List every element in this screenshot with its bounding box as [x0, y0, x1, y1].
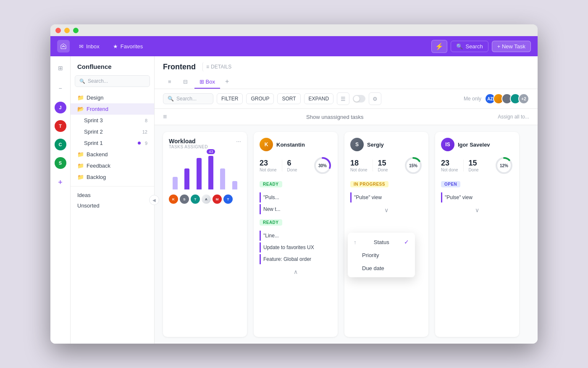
sidebar-item-backlog[interactable]: 📁 Backlog	[71, 171, 154, 183]
sidebar: Confluence 🔍 Search... 📁 Design 📂 Fronte…	[71, 56, 155, 344]
add-view-button[interactable]: +	[222, 75, 232, 89]
grid-icon-button[interactable]: ⊞	[54, 61, 67, 75]
group-button[interactable]: GROUP	[246, 93, 274, 104]
done-number: 15	[378, 159, 388, 168]
close-button[interactable]	[55, 28, 61, 33]
inbox-icon: ✉	[79, 43, 84, 50]
unassigned-text: Show unassigned tasks	[172, 114, 498, 120]
done-label: Done	[287, 168, 297, 172]
igor-task-1[interactable]: "Pulse" view	[441, 192, 513, 202]
unsorted-label: Unsorted	[77, 202, 100, 209]
workload-avatar-a[interactable]: A	[202, 195, 211, 204]
dropdown-item-duedate[interactable]: Due date	[348, 262, 415, 275]
done-number: 15	[469, 159, 479, 168]
progress-circle-igor: 12%	[495, 156, 513, 175]
top-navigation: ✉ Inbox ★ Favorites ⚡ 🔍 Search + New Tas…	[50, 36, 538, 56]
workload-avatar-tb[interactable]: T	[223, 195, 233, 204]
not-done-stat: 18 Not done	[350, 159, 368, 172]
filter-avatar-more[interactable]: +2	[518, 93, 529, 104]
done-stat: 15 Done	[469, 159, 479, 172]
priority-option-label: Priority	[362, 252, 379, 258]
task-item-2[interactable]: New t...	[260, 204, 332, 214]
me-only-label: Me only	[464, 96, 481, 102]
not-done-number: 23	[441, 159, 458, 168]
new-task-button[interactable]: + New Task	[492, 41, 531, 52]
settings-icon-button[interactable]: ⚙	[369, 92, 381, 105]
sidebar-collapse-button[interactable]: ◀	[149, 195, 159, 205]
expand-button[interactable]: EXPAND	[304, 93, 333, 104]
lightning-button[interactable]: ⚡	[431, 40, 447, 53]
dropdown-item-status[interactable]: ↑ Status ✓	[348, 235, 415, 249]
list-view-toggle[interactable]: ☰	[337, 92, 349, 105]
tab-box[interactable]: ⊞ Box	[194, 76, 220, 89]
sidebar-divider	[71, 186, 154, 187]
bar-col-4: 43	[206, 149, 215, 189]
sidebar-item-frontend[interactable]: 📂 Frontend ···	[71, 103, 154, 115]
filter-button[interactable]: FILTER	[217, 93, 243, 104]
sidebar-item-backend[interactable]: 📁 Backend	[71, 149, 154, 160]
toggle-switch[interactable]	[353, 92, 365, 105]
sidebar-item-feedback[interactable]: 📁 Feedback	[71, 160, 154, 171]
done-stat: 15 Done	[378, 159, 388, 172]
sergiy-task-1[interactable]: "Pulse" view	[350, 192, 423, 202]
workload-avatar-t[interactable]: T	[191, 195, 200, 204]
toggle-control[interactable]	[353, 95, 365, 103]
search-input[interactable]: 🔍 Search...	[163, 93, 213, 104]
app-window: ✉ Inbox ★ Favorites ⚡ 🔍 Search + New Tas…	[50, 24, 538, 344]
collapse-button[interactable]: ∧	[260, 266, 332, 276]
sidebar-item-sprint3[interactable]: Sprint 3 8	[71, 115, 154, 126]
sergiy-collapse-button[interactable]: ∨	[350, 204, 423, 214]
workload-avatar-s[interactable]: S	[180, 195, 189, 204]
stat-divider	[373, 160, 373, 171]
search-button[interactable]: 🔍 Search	[451, 41, 488, 52]
user-avatar-j[interactable]: J	[55, 102, 66, 113]
assign-all-button[interactable]: Assign all to...	[498, 114, 529, 120]
stat-divider	[282, 160, 282, 171]
user-avatar-t[interactable]: T	[55, 120, 66, 132]
sidebar-item-sprint2[interactable]: Sprint 2 12	[71, 126, 154, 137]
sidebar-item-design[interactable]: 📁 Design	[71, 92, 154, 103]
inbox-nav-item[interactable]: ✉ Inbox	[75, 41, 104, 52]
add-workspace-button[interactable]: +	[54, 176, 67, 189]
fullscreen-button[interactable]	[73, 28, 79, 33]
user-avatar-s[interactable]: S	[55, 157, 66, 169]
toolbar: 🔍 Search... FILTER GROUP SORT EXPAND	[155, 89, 538, 109]
igor-task-text-1: "Pulse" view	[445, 195, 472, 200]
user-avatar-c[interactable]: C	[55, 139, 66, 150]
sidebar-item-sprint1[interactable]: Sprint 1 9	[71, 137, 154, 149]
app-logo[interactable]	[57, 40, 70, 53]
bar-col-3	[194, 158, 204, 189]
view-tabs: ≡ ⊟ ⊞ Box +	[163, 71, 529, 89]
details-label: DETAILS	[211, 64, 231, 70]
status-checkmark: ✓	[404, 239, 409, 245]
igor-collapse-button[interactable]: ∨	[441, 204, 513, 214]
folder-icon: 📁	[77, 151, 84, 158]
board-area: Workload TASKS ASSIGNED ···	[155, 125, 538, 344]
dropdown-item-priority[interactable]: Priority	[348, 249, 415, 262]
sidebar-item-unsorted[interactable]: Unsorted	[71, 200, 154, 211]
task-item-1[interactable]: "Puls...	[260, 192, 332, 202]
workload-avatar-k[interactable]: K	[169, 195, 178, 204]
done-label: Done	[378, 168, 388, 172]
workload-avatar-m[interactable]: M	[213, 195, 222, 204]
minimize-button[interactable]	[64, 28, 70, 33]
details-button[interactable]: ≡ DETAILS	[202, 62, 235, 71]
inbox-label: Inbox	[86, 43, 100, 50]
user-avatars-filter[interactable]: AZ +2	[485, 93, 529, 104]
progress-label: 15%	[409, 163, 417, 168]
collapse-icon-button[interactable]: −	[54, 81, 67, 95]
task-item-5[interactable]: Feature: Global order	[260, 254, 332, 264]
tab-board[interactable]: ⊟	[178, 76, 193, 89]
titlebar	[50, 24, 538, 36]
sidebar-item-ideas[interactable]: Ideas	[71, 190, 154, 200]
bar-5	[220, 168, 225, 189]
task-item-3[interactable]: "Line...	[260, 231, 332, 241]
favorites-nav-item[interactable]: ★ Favorites	[109, 41, 147, 52]
progress-label: 30%	[318, 163, 327, 168]
workload-more-button[interactable]: ···	[236, 138, 241, 145]
me-only-toggle[interactable]: Me only	[464, 96, 481, 102]
tab-list[interactable]: ≡	[163, 76, 176, 89]
sidebar-search[interactable]: 🔍 Search...	[75, 75, 150, 87]
task-item-4[interactable]: Update to favorites UX	[260, 242, 332, 252]
sort-button[interactable]: SORT	[277, 93, 300, 104]
